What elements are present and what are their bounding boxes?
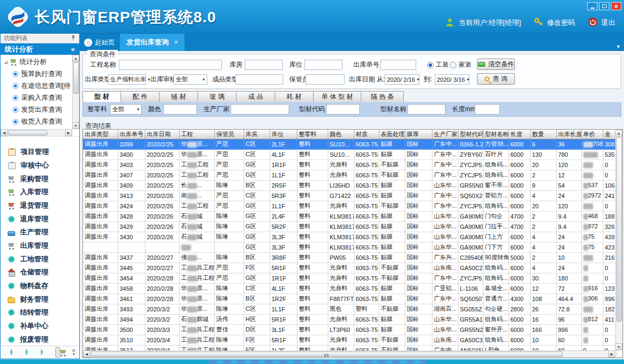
sidebar-item-6[interactable]: 生产管理 bbox=[1, 226, 79, 239]
table-row[interactable]: 调拨出库34942020/3/2石辉城汤伟H区5R1F整料光身料6063-T5贴… bbox=[83, 314, 616, 324]
location-input[interactable] bbox=[304, 60, 342, 70]
table-row[interactable]: 调拨出库34292020/2/26石城陈琳G区5R2F整料KLM38176063… bbox=[83, 221, 616, 232]
column-header[interactable]: 出库日期 bbox=[145, 130, 179, 139]
keeper-input[interactable] bbox=[305, 74, 345, 85]
column-header[interactable]: 出库单号 bbox=[118, 130, 145, 139]
column-header[interactable]: 膜厚 bbox=[405, 130, 432, 139]
color-input[interactable] bbox=[163, 104, 197, 114]
column-header[interactable]: 型材代码 bbox=[458, 130, 483, 139]
minimize-button[interactable] bbox=[587, 2, 597, 10]
sidebar-item-0[interactable]: 项目管理 bbox=[1, 145, 79, 159]
grid-scroll-down-icon[interactable]: ▼ bbox=[615, 343, 622, 350]
sidebar-item-8[interactable]: 工地管理 bbox=[1, 252, 79, 266]
sidebar-item-2[interactable]: 采购管理 bbox=[1, 172, 79, 186]
sidebar-item-5[interactable]: 退库管理 bbox=[1, 212, 79, 226]
grid-vscroll-thumb[interactable] bbox=[616, 137, 622, 322]
logout-link[interactable]: 退出 bbox=[601, 18, 615, 28]
material-tab-隔热条[interactable]: 隔 热 条 bbox=[361, 91, 404, 103]
column-header[interactable]: 材质 bbox=[354, 130, 379, 139]
length-input[interactable] bbox=[475, 104, 500, 114]
manufacturer-input[interactable] bbox=[231, 104, 289, 114]
tab-close-icon[interactable]: × bbox=[174, 39, 178, 46]
grid-horizontal-scrollbar[interactable]: ◀ ▮▮ ▶ bbox=[83, 350, 615, 357]
material-tab-单体型材[interactable]: 单 体 型 材 bbox=[314, 91, 361, 103]
table-row[interactable]: 调拨出库34302020/2/26石城陈琳G区3L3F整料KLM38176063… bbox=[83, 232, 616, 242]
quick-icon-3[interactable] bbox=[40, 349, 43, 355]
clear-conditions-button[interactable]: 清空条件 bbox=[477, 59, 515, 70]
grid-scroll-up-icon[interactable]: ▲ bbox=[615, 130, 622, 137]
whole-part-select[interactable]: 全部▼ bbox=[110, 104, 142, 114]
tree-scroll-up-icon[interactable]: ▲ bbox=[72, 55, 79, 62]
column-header[interactable]: 出库长度 bbox=[556, 130, 581, 139]
outbound-audit-select[interactable]: 全部▼ bbox=[174, 74, 207, 85]
close-button[interactable]: × bbox=[611, 2, 621, 10]
quick-icon-2[interactable] bbox=[25, 349, 28, 355]
tree-root-node[interactable]: ◢统计分析 bbox=[1, 56, 72, 68]
sidebar-item-1[interactable]: 审核中心 bbox=[1, 159, 79, 173]
material-tab-配件[interactable]: 配 件 bbox=[121, 91, 160, 103]
table-row[interactable]: 调拨出库34002020/2/25华原...严思C区4L1F整料SU10...6… bbox=[83, 149, 616, 159]
sidebar-item-10[interactable]: 物料盘存 bbox=[1, 279, 79, 293]
tab-list-dropdown-icon[interactable]: ▼ bbox=[616, 44, 621, 49]
quick-icon-1[interactable] bbox=[10, 349, 13, 355]
column-header[interactable]: 数量 bbox=[530, 130, 556, 139]
tree-hscroll-thumb[interactable] bbox=[8, 130, 47, 136]
grid-scroll-left-icon[interactable]: ◀ bbox=[83, 350, 90, 357]
table-row[interactable]: 调拨出库34372020/2/27佛...陈琳B区3R8F整料PW056063-… bbox=[83, 252, 616, 263]
sidebar-item-11[interactable]: 财务管理 bbox=[1, 292, 79, 306]
grid-vertical-scrollbar[interactable]: ▲ ▼ bbox=[615, 130, 622, 350]
table-row[interactable]: 调拨出库33992020/2/25华原...严思C区2L1F整料SU10...6… bbox=[83, 139, 616, 149]
tree-item[interactable]: 收货入库查询 bbox=[1, 116, 72, 127]
tab-home[interactable]: ⌂ 起始页 bbox=[80, 34, 120, 51]
table-row[interactable]: 调拨出库34582020/2/28华原...陈琳C区4L1F整料光身料6063-… bbox=[83, 283, 616, 293]
tree-vertical-scrollbar[interactable]: ▲ ▼ bbox=[72, 55, 79, 129]
radio-industrial[interactable]: 工装 bbox=[427, 60, 449, 70]
tree-item[interactable]: 发货出库查询 bbox=[1, 104, 72, 116]
material-tab-玻璃[interactable]: 玻 璃 bbox=[198, 91, 237, 103]
column-header[interactable]: 单价 bbox=[581, 130, 603, 139]
warehouse-input[interactable] bbox=[245, 60, 283, 70]
column-header[interactable]: 长度 bbox=[508, 130, 530, 139]
sidebar-item-9[interactable]: 仓储管理 bbox=[1, 266, 79, 279]
tree-scroll-right-icon[interactable]: ▶ bbox=[65, 129, 72, 136]
column-header[interactable]: 生产厂家 bbox=[432, 130, 458, 139]
order-no-input[interactable] bbox=[380, 60, 416, 70]
column-header[interactable]: 型材名称 bbox=[483, 130, 508, 139]
grid-scroll-right-icon[interactable]: ▶ bbox=[608, 350, 615, 357]
table-row[interactable]: 调拨出库35102020/3/4工共工程陈琳F区5R1F整料光身料6063-T5… bbox=[83, 335, 616, 345]
overflow-chevron[interactable]: »▾ bbox=[72, 348, 75, 356]
column-header[interactable]: 库房 bbox=[244, 130, 270, 139]
column-header[interactable]: 表面处理 bbox=[379, 130, 405, 139]
sidebar-item-12[interactable]: 结转管理 bbox=[1, 306, 79, 320]
collapse-icon[interactable]: « bbox=[71, 45, 75, 53]
project-name-input[interactable] bbox=[119, 60, 222, 70]
table-row[interactable]: 调拨出库34072020/2/25工工程严思G区1L1F整料光身料6063-T5… bbox=[83, 170, 616, 180]
material-tab-型材[interactable]: 型 材 bbox=[82, 91, 121, 103]
stats-section-header[interactable]: 统计分析 « bbox=[1, 43, 79, 55]
table-row[interactable]: 调拨出库34452020/2/27工共工程严思F区5R1F整料光身料6063-T… bbox=[83, 263, 616, 273]
column-header[interactable]: 工程 bbox=[179, 130, 214, 139]
date-to-picker[interactable]: 2020/ 3/16▼ bbox=[435, 74, 469, 85]
date-from-picker[interactable]: 2020/ 2/16▼ bbox=[385, 74, 419, 85]
change-password-link[interactable]: 修改密码 bbox=[547, 18, 575, 28]
tree-expand-icon[interactable]: ◢ bbox=[4, 59, 8, 65]
column-header[interactable]: 颜色 bbox=[328, 130, 354, 139]
radio-home[interactable]: 家装 bbox=[450, 60, 472, 70]
material-tab-辅材[interactable]: 辅 材 bbox=[160, 91, 198, 103]
product-type-input[interactable] bbox=[235, 74, 283, 85]
tree-vscroll-thumb[interactable] bbox=[73, 62, 79, 94]
sidebar-item-3[interactable]: 入库管理 bbox=[1, 186, 79, 199]
column-header[interactable]: 保管员 bbox=[214, 130, 244, 139]
table-row[interactable]: 调拨出库34542020/2/28工共工程严思G区1R1F整料光身料6063-T… bbox=[83, 273, 616, 283]
table-row[interactable]: 调拨出库34132020/2/26南...严思C区5R3F整料G71422606… bbox=[83, 190, 616, 201]
material-tab-耗材[interactable]: 耗 材 bbox=[275, 91, 314, 103]
sidebar-item-7[interactable]: 出库管理 bbox=[1, 239, 79, 253]
pin-icon[interactable] bbox=[71, 35, 76, 42]
table-row[interactable]: 调拨出库34282020/2/26石城陈琳G区2L4F整料KLM38176063… bbox=[83, 211, 616, 221]
profile-code-input[interactable] bbox=[326, 104, 360, 114]
column-header[interactable]: 整零料 bbox=[297, 130, 328, 139]
table-row[interactable]: 调拨出库34932020/3/2华原...陈琳C区1L1F整料黑色塑料不贴膜国标… bbox=[83, 304, 616, 314]
sidebar-item-13[interactable]: 补单中心 bbox=[1, 320, 79, 333]
column-header[interactable]: 库位 bbox=[270, 130, 297, 139]
table-row[interactable]: 调拨出库34242020/2/26工工程严思G区1L1F整料光身料6063-T5… bbox=[83, 201, 616, 211]
